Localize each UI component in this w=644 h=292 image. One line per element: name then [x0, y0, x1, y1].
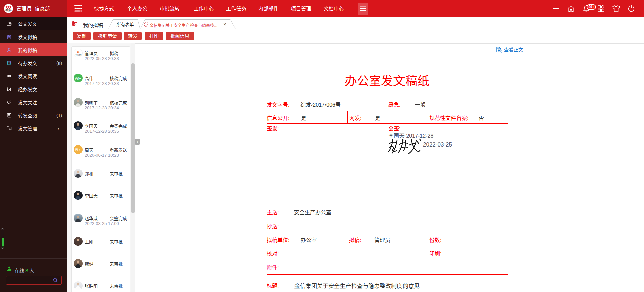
svg-text:周天: 周天 — [75, 148, 81, 152]
svg-text:华天动力: 华天动力 — [76, 54, 82, 56]
svg-text:∞: ∞ — [77, 50, 79, 54]
svg-text:高伟: 高伟 — [75, 76, 81, 80]
svg-text:POWER: POWER — [7, 11, 11, 12]
svg-text:所有表单: 所有表单 — [117, 22, 134, 27]
